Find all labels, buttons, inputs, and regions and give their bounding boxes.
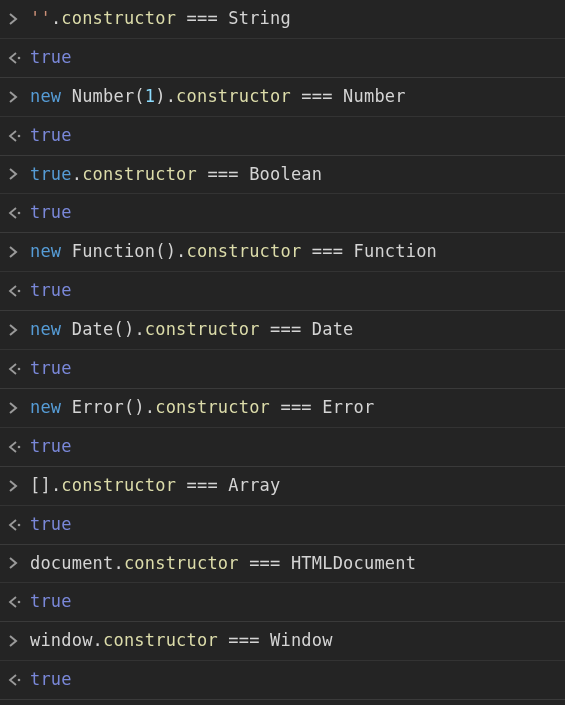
console-input-code: window.constructor === Window: [30, 629, 557, 653]
svg-point-7: [18, 601, 21, 604]
code-token: constructor: [103, 630, 218, 650]
code-token: ===: [187, 475, 218, 495]
output-indicator-icon: [8, 441, 30, 453]
console-output-value: true: [30, 46, 557, 70]
console-output-row: true: [0, 583, 565, 621]
code-token: 1: [145, 86, 155, 106]
console-input-code: new Function().constructor === Function: [30, 240, 557, 264]
console-group: ''.constructor === Stringtrue: [0, 0, 565, 78]
code-token: constructor: [82, 164, 197, 184]
console-input-code: [].constructor === Array: [30, 474, 557, 498]
console-group: document.constructor === HTMLDocumenttru…: [0, 545, 565, 623]
code-token: constructor: [124, 553, 239, 573]
code-token: document: [30, 553, 113, 573]
code-token: [239, 553, 249, 573]
code-token: .: [176, 241, 186, 261]
console-input-row[interactable]: new Error().constructor === Error: [0, 389, 565, 428]
code-token: Window: [270, 630, 333, 650]
output-indicator-icon: [8, 130, 30, 142]
code-token: [333, 86, 343, 106]
code-token: ===: [249, 553, 280, 573]
code-token: Date: [312, 319, 354, 339]
console-input-row[interactable]: [].constructor === Array: [0, 467, 565, 506]
console-input-row[interactable]: ''.constructor === String: [0, 0, 565, 39]
output-arrow-icon: [8, 441, 22, 453]
code-token: Boolean: [249, 164, 322, 184]
code-token: true: [30, 358, 72, 378]
output-indicator-icon: [8, 285, 30, 297]
code-token: constructor: [176, 86, 291, 106]
code-token: [61, 241, 71, 261]
code-token: [291, 86, 301, 106]
input-prompt-icon: [8, 168, 30, 180]
console-output-value: true: [30, 124, 557, 148]
code-token: .: [166, 86, 176, 106]
output-indicator-icon: [8, 596, 30, 608]
code-token: .: [72, 164, 82, 184]
code-token: [312, 397, 322, 417]
output-arrow-icon: [8, 207, 22, 219]
code-token: Array: [228, 475, 280, 495]
output-arrow-icon: [8, 363, 22, 375]
console-input-row[interactable]: new Number(1).constructor === Number: [0, 78, 565, 117]
console-input-code: true.constructor === Boolean: [30, 163, 557, 187]
console-input-code: new Number(1).constructor === Number: [30, 85, 557, 109]
console-input-code: ''.constructor === String: [30, 7, 557, 31]
code-token: Date: [72, 319, 114, 339]
output-indicator-icon: [8, 519, 30, 531]
console-input-row[interactable]: window.constructor === Window: [0, 622, 565, 661]
code-token: constructor: [155, 397, 270, 417]
output-arrow-icon: [8, 52, 22, 64]
console-group: new Date().constructor === Datetrue: [0, 311, 565, 389]
code-token: .: [113, 553, 123, 573]
code-token: [301, 319, 311, 339]
code-token: true: [30, 669, 72, 689]
console-input-row[interactable]: true.constructor === Boolean: [0, 156, 565, 195]
input-prompt-icon: [8, 402, 30, 414]
console-output-row: true: [0, 117, 565, 155]
console-group: window.constructor === Windowtrue: [0, 622, 565, 700]
code-token: Function: [354, 241, 437, 261]
console-input-row[interactable]: document.constructor === HTMLDocument: [0, 545, 565, 584]
console-input-code: document.constructor === HTMLDocument: [30, 552, 557, 576]
output-indicator-icon: [8, 52, 30, 64]
chevron-right-icon: [8, 557, 18, 569]
console-output-value: true: [30, 279, 557, 303]
svg-point-6: [18, 523, 21, 526]
code-token: .: [145, 397, 155, 417]
code-token: [301, 241, 311, 261]
code-token: .: [93, 630, 103, 650]
chevron-right-icon: [8, 13, 18, 25]
code-token: true: [30, 436, 72, 456]
code-token: ===: [280, 397, 311, 417]
console-output-row: true: [0, 428, 565, 466]
code-token: [270, 397, 280, 417]
code-token: ===: [312, 241, 343, 261]
output-indicator-icon: [8, 363, 30, 375]
code-token: [343, 241, 353, 261]
console-log: ''.constructor === Stringtruenew Number(…: [0, 0, 565, 700]
svg-point-1: [18, 134, 21, 137]
code-token: true: [30, 164, 72, 184]
input-prompt-icon: [8, 557, 30, 569]
output-indicator-icon: [8, 207, 30, 219]
code-token: ): [155, 86, 165, 106]
console-output-row: true: [0, 661, 565, 699]
chevron-right-icon: [8, 402, 18, 414]
code-token: true: [30, 202, 72, 222]
chevron-right-icon: [8, 246, 18, 258]
code-token: .: [51, 475, 61, 495]
console-output-value: true: [30, 668, 557, 692]
code-token: .: [51, 8, 61, 28]
console-input-code: new Date().constructor === Date: [30, 318, 557, 342]
code-token: constructor: [145, 319, 260, 339]
console-input-row[interactable]: new Date().constructor === Date: [0, 311, 565, 350]
code-token: Number: [343, 86, 406, 106]
console-output-value: true: [30, 357, 557, 381]
code-token: Error: [72, 397, 124, 417]
console-output-row: true: [0, 194, 565, 232]
code-token: [176, 8, 186, 28]
code-token: .: [134, 319, 144, 339]
console-input-row[interactable]: new Function().constructor === Function: [0, 233, 565, 272]
console-output-value: true: [30, 201, 557, 225]
